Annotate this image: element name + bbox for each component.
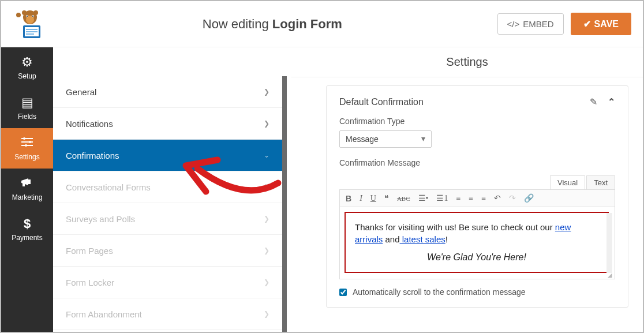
auto-scroll-label: Automatically scroll to the confirmation… <box>353 287 526 297</box>
svg-point-18 <box>29 141 31 143</box>
collapse-icon[interactable]: ⌃ <box>608 97 615 107</box>
panel-header: Default Confirmation ✎ ⌃ <box>339 96 615 107</box>
chevron-right-icon: ❯ <box>264 88 269 96</box>
conf-type-label: Confirmation Type <box>339 117 615 126</box>
scrollbar[interactable] <box>606 213 612 273</box>
ul-button[interactable]: ☰• <box>418 193 429 203</box>
submenu-label: Notifications <box>66 119 113 129</box>
main-area: Settings Default Confirmation ✎ ⌃ Confir… <box>291 47 643 332</box>
submenu-form-locker[interactable]: Form Locker ❯ <box>53 267 282 298</box>
app-logo <box>13 8 47 40</box>
editor-tabs: Visual Text <box>339 175 615 189</box>
editor-text: Thanks for visiting with us! Be sure to … <box>355 222 555 232</box>
page-title: Now editing Login Form <box>47 17 497 32</box>
underline-button[interactable]: U <box>370 194 376 203</box>
rail-label: Marketing <box>12 193 43 201</box>
settings-submenu: General ❯ Notifications ❯ Confirmations … <box>53 76 287 332</box>
editor-text: and <box>383 234 399 244</box>
redo-button[interactable]: ↷ <box>509 193 516 203</box>
rail-label: Fields <box>18 113 36 121</box>
chevron-right-icon: ❯ <box>264 246 269 255</box>
rail-label: Payments <box>12 234 42 242</box>
blockquote-button[interactable]: ❝ <box>384 193 389 203</box>
conf-type-select[interactable]: Message <box>339 130 432 148</box>
submenu-label: Conversational Forms <box>66 182 151 192</box>
resize-handle[interactable]: ◢ <box>608 272 613 278</box>
edit-icon[interactable]: ✎ <box>590 97 597 107</box>
editing-prefix: Now editing <box>203 17 272 31</box>
svg-point-2 <box>33 10 38 15</box>
submenu-confirmations[interactable]: Confirmations ⌄ <box>53 140 282 171</box>
panel-title: Default Confirmation <box>339 97 582 107</box>
embed-label: EMBED <box>523 19 553 29</box>
editor-text: ! <box>445 234 448 244</box>
submenu-surveys-polls[interactable]: Surveys and Polls ❯ <box>53 203 282 235</box>
submenu-label: Form Abandonment <box>66 309 142 319</box>
panel-actions: ✎ ⌃ <box>582 96 615 107</box>
submenu-label: Confirmations <box>66 151 119 160</box>
save-button[interactable]: ✔ SAVE <box>571 13 631 35</box>
submenu-label: General <box>66 87 96 97</box>
align-left-button[interactable]: ≡ <box>456 194 460 203</box>
strike-button[interactable]: ABC <box>397 195 410 202</box>
rail-label: Setup <box>18 72 36 80</box>
svg-point-8 <box>16 13 21 17</box>
editor-toolbar: B I U ❝ ABC ☰• ☰1 ≡ ≡ ≡ ↶ ↷ 🔗 <box>339 189 615 207</box>
svg-rect-12 <box>26 31 38 32</box>
rail-setup[interactable]: ⚙ Setup <box>1 47 53 88</box>
confirmation-editor[interactable]: Thanks for visiting with us! Be sure to … <box>345 212 609 273</box>
svg-point-17 <box>23 137 25 140</box>
chevron-right-icon: ❯ <box>264 278 269 286</box>
bold-button[interactable]: B <box>346 194 351 203</box>
chevron-right-icon: ❯ <box>264 183 269 191</box>
rail-fields[interactable]: ▤ Fields <box>1 88 53 128</box>
submenu-label: Form Pages <box>66 246 113 256</box>
submenu-label: Form Locker <box>66 278 114 287</box>
chevron-right-icon: ❯ <box>264 215 269 223</box>
italic-button[interactable]: I <box>360 194 362 203</box>
conf-message-label: Confirmation Message <box>339 158 615 167</box>
settings-heading: Settings <box>291 47 643 77</box>
auto-scroll-row: Automatically scroll to the confirmation… <box>339 287 615 297</box>
tab-text[interactable]: Text <box>586 175 615 189</box>
submenu-form-abandonment[interactable]: Form Abandonment ❯ <box>53 298 282 330</box>
align-center-button[interactable]: ≡ <box>469 194 473 203</box>
code-icon: </> <box>507 19 520 29</box>
submenu-notifications[interactable]: Notifications ❯ <box>53 108 282 140</box>
svg-point-7 <box>32 16 33 17</box>
list-icon: ▤ <box>21 95 33 110</box>
dollar-icon: $ <box>24 216 31 231</box>
link-latest-sales[interactable]: latest sales <box>400 234 445 244</box>
rail-marketing[interactable]: Marketing <box>1 169 53 209</box>
rail-label: Settings <box>14 153 39 161</box>
check-icon: ✔ <box>583 18 591 29</box>
select-value: Message <box>346 134 379 144</box>
tab-visual[interactable]: Visual <box>550 175 585 189</box>
editor-signoff: We're Glad You're Here! <box>355 251 598 264</box>
auto-scroll-checkbox[interactable] <box>339 289 347 296</box>
svg-point-1 <box>22 10 27 15</box>
undo-button[interactable]: ↶ <box>494 193 501 203</box>
submenu-form-pages[interactable]: Form Pages ❯ <box>53 235 282 267</box>
svg-rect-20 <box>28 179 31 184</box>
submenu-general[interactable]: General ❯ <box>53 76 282 108</box>
save-label: SAVE <box>594 19 619 29</box>
form-name: Login Form <box>272 17 342 31</box>
rail-payments[interactable]: $ Payments <box>1 209 53 249</box>
svg-point-19 <box>25 144 27 147</box>
sliders-icon <box>20 136 34 151</box>
header: Now editing Login Form </> EMBED ✔ SAVE <box>1 1 643 47</box>
bullhorn-icon <box>20 176 34 191</box>
align-right-button[interactable]: ≡ <box>481 194 486 203</box>
submenu-label: Surveys and Polls <box>66 214 135 224</box>
submenu-conversational-forms[interactable]: Conversational Forms ❯ <box>53 171 282 203</box>
rail-settings[interactable]: Settings <box>1 128 53 169</box>
svg-rect-11 <box>26 29 38 30</box>
link-button[interactable]: 🔗 <box>524 193 534 203</box>
confirmation-panel: Default Confirmation ✎ ⌃ Confirmation Ty… <box>326 85 628 308</box>
ol-button[interactable]: ☰1 <box>436 193 448 203</box>
gear-icon: ⚙ <box>21 55 33 70</box>
embed-button[interactable]: </> EMBED <box>497 13 564 35</box>
chevron-right-icon: ❯ <box>264 119 269 128</box>
svg-rect-13 <box>26 33 34 35</box>
